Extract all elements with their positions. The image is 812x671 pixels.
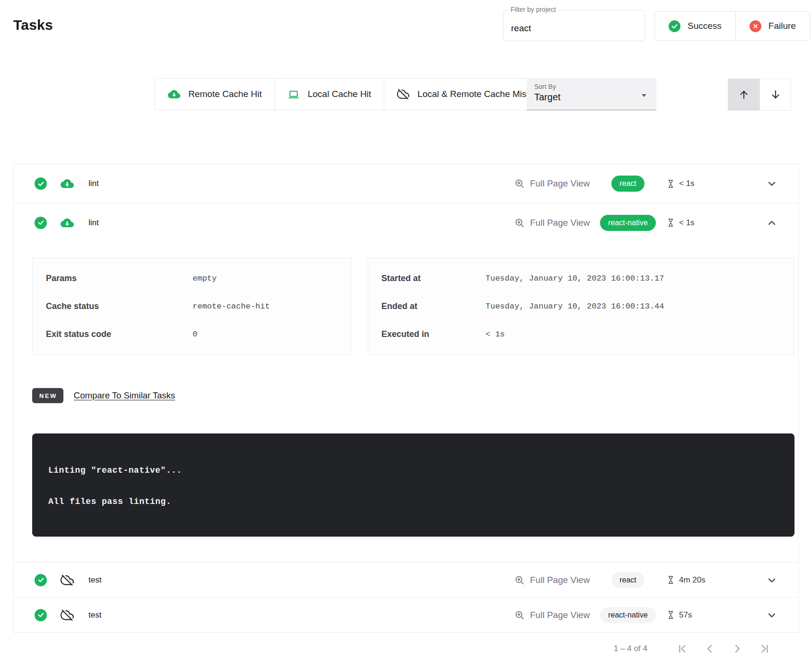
- params-value: empty: [193, 274, 338, 283]
- next-page-button[interactable]: [732, 643, 743, 654]
- executed-in-label: Executed in: [381, 329, 485, 339]
- full-page-view-label: Full Page View: [530, 575, 590, 585]
- full-page-view-label: Full Page View: [530, 178, 590, 189]
- terminal-line: Linting "react-native"...: [48, 466, 778, 475]
- hourglass-icon: [667, 179, 675, 188]
- zoom-in-icon: [514, 178, 525, 189]
- task-list: lint Full Page View react < 1s: [13, 164, 799, 633]
- full-page-view-button[interactable]: Full Page View: [514, 218, 590, 228]
- terminal-line: All files pass linting.: [48, 497, 778, 506]
- task-row-test-react[interactable]: test Full Page View react 4m 20s: [14, 562, 798, 597]
- chevron-down-icon: [766, 609, 777, 621]
- local-cache-hit-label: Local Cache Hit: [308, 89, 371, 99]
- failure-filter-button[interactable]: Failure: [735, 12, 810, 40]
- check-circle-icon: [669, 20, 680, 32]
- project-filter-label: Filter by project: [508, 6, 558, 13]
- pagination: 1 – 4 of 4: [614, 642, 770, 656]
- cloud-download-icon: [168, 88, 180, 100]
- task-row-actions: Full Page View react 4m 20s: [514, 572, 779, 588]
- task-duration: < 1s: [661, 179, 695, 188]
- page-title: Tasks: [13, 17, 53, 33]
- cloud-download-icon: [61, 177, 74, 190]
- local-cache-hit-filter-button[interactable]: Local Cache Hit: [275, 78, 384, 110]
- cache-status-value: remote-cache-hit: [193, 302, 338, 311]
- status-filter-group: Success Failure: [654, 11, 810, 41]
- first-page-button[interactable]: [677, 643, 688, 654]
- remote-cache-hit-filter-button[interactable]: Remote Cache Hit: [155, 78, 275, 110]
- pagination-range: 1 – 4 of 4: [614, 644, 647, 653]
- success-filter-label: Success: [688, 21, 722, 31]
- success-status-icon: [35, 177, 47, 190]
- ended-at-value: Tuesday, January 10, 2023 16:00:13.44: [485, 302, 781, 311]
- sort-descending-button[interactable]: [759, 79, 791, 110]
- full-page-view-button[interactable]: Full Page View: [514, 178, 590, 189]
- sort-by-value: Target: [534, 92, 649, 103]
- new-badge: NEW: [32, 388, 63, 403]
- zoom-in-icon: [514, 575, 525, 585]
- failure-filter-label: Failure: [768, 21, 796, 31]
- arrow-down-icon: [770, 89, 781, 100]
- project-filter-input[interactable]: [503, 10, 644, 41]
- chevron-down-icon: [766, 574, 777, 586]
- task-row-lint-react[interactable]: lint Full Page View react < 1s: [14, 164, 798, 203]
- ended-at-label: Ended at: [381, 301, 485, 311]
- expand-row-button[interactable]: [764, 608, 779, 623]
- cache-miss-filter-button[interactable]: Local & Remote Cache Miss: [384, 78, 544, 110]
- expand-row-button[interactable]: [764, 176, 779, 191]
- sort-by-select[interactable]: Sort By Target: [527, 78, 656, 110]
- exit-status-code-label: Exit status code: [46, 329, 193, 339]
- compare-to-similar-tasks-link[interactable]: Compare To Similar Tasks: [74, 390, 175, 401]
- exit-status-code-value: 0: [193, 330, 338, 339]
- success-status-icon: [35, 609, 47, 621]
- terminal-output: Linting "react-native"... All files pass…: [32, 433, 794, 537]
- project-badge: react: [611, 572, 644, 588]
- zoom-in-icon: [514, 218, 525, 228]
- chevron-right-icon: [732, 643, 743, 654]
- full-page-view-label: Full Page View: [530, 610, 590, 620]
- task-duration: 57s: [661, 610, 692, 620]
- dropdown-caret-icon: [638, 89, 650, 101]
- params-label: Params: [46, 274, 193, 283]
- first-page-icon: [677, 643, 688, 654]
- collapse-row-button[interactable]: [764, 215, 779, 230]
- success-status-icon: [35, 574, 47, 586]
- task-row-actions: Full Page View react-native 57s: [514, 607, 779, 623]
- started-at-value: Tuesday, January 10, 2023 16:00:13.17: [485, 274, 781, 283]
- task-duration: 4m 20s: [661, 575, 706, 585]
- cache-filter-group: Remote Cache Hit Local Cache Hit Local &…: [155, 78, 544, 110]
- success-filter-button[interactable]: Success: [655, 12, 735, 40]
- previous-page-button[interactable]: [704, 643, 715, 654]
- task-detail-panel: Params empty Cache status remote-cache-h…: [14, 242, 798, 562]
- last-page-button[interactable]: [759, 643, 770, 654]
- cloud-off-icon: [61, 609, 74, 622]
- success-status-icon: [35, 217, 47, 229]
- laptop-icon: [288, 88, 300, 100]
- full-page-view-label: Full Page View: [530, 218, 590, 228]
- started-at-label: Started at: [381, 274, 485, 283]
- sort-ascending-button[interactable]: [728, 79, 759, 110]
- cache-status-label: Cache status: [46, 301, 193, 311]
- zoom-in-icon: [514, 610, 525, 620]
- task-row-lint-react-native[interactable]: lint Full Page View react-native < 1s: [14, 203, 798, 242]
- last-page-icon: [759, 643, 770, 654]
- expand-row-button[interactable]: [764, 573, 779, 588]
- project-filter-field: Filter by project: [503, 10, 645, 41]
- project-badge: react: [611, 176, 644, 192]
- task-row-test-react-native[interactable]: test Full Page View react-native 57s: [14, 597, 798, 632]
- task-duration: < 1s: [661, 218, 695, 228]
- task-name: lint: [88, 179, 99, 188]
- task-name: test: [88, 575, 101, 585]
- sort-by-label: Sort By: [534, 83, 649, 90]
- full-page-view-button[interactable]: Full Page View: [514, 575, 590, 585]
- task-name: test: [88, 610, 101, 620]
- project-badge: react-native: [600, 607, 656, 623]
- arrow-up-icon: [738, 89, 750, 100]
- executed-in-value: < 1s: [485, 330, 781, 339]
- hourglass-icon: [667, 218, 675, 227]
- full-page-view-button[interactable]: Full Page View: [514, 610, 590, 620]
- cloud-download-icon: [61, 216, 74, 230]
- cloud-off-icon: [397, 88, 409, 100]
- task-name: lint: [88, 218, 99, 228]
- cache-miss-label: Local & Remote Cache Miss: [417, 89, 531, 99]
- task-detail-card-right: Started at Tuesday, January 10, 2023 16:…: [368, 258, 794, 355]
